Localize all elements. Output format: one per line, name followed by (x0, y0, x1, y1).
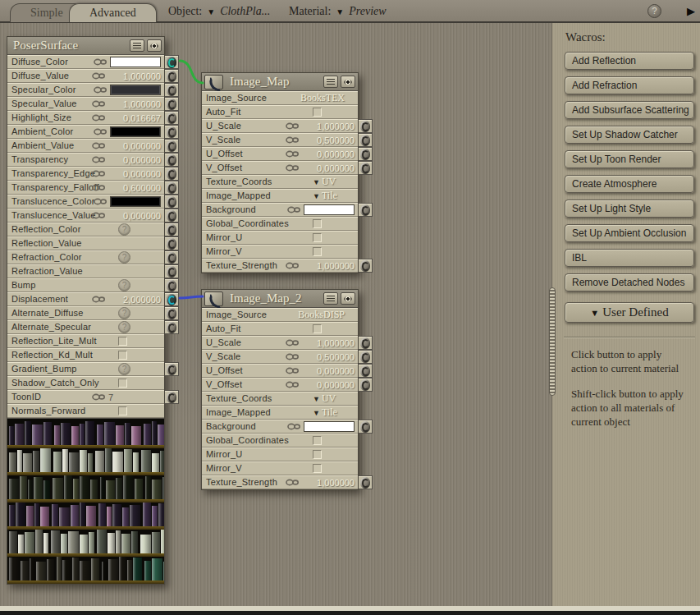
reflection-value-plug-icon[interactable] (167, 238, 176, 250)
u-scale-value[interactable]: 1,000000 (302, 122, 355, 131)
displacement-value[interactable]: 2,000000 (108, 295, 161, 305)
toonid-plug-icon[interactable] (167, 392, 176, 403)
v-scale-plug-icon[interactable] (360, 135, 370, 146)
u-offset-value[interactable]: 0,000000 (302, 149, 355, 159)
texture-strength-plug-icon[interactable] (360, 477, 370, 489)
translucence-color-color-swatch[interactable] (110, 196, 161, 207)
auto-fit-checkbox[interactable] (313, 108, 322, 117)
specular-color-color-swatch[interactable] (110, 85, 161, 95)
specular-value-plug-icon[interactable] (167, 99, 176, 110)
u-scale-value[interactable]: 1,000000 (302, 338, 355, 348)
material-dropdown-arrow-icon[interactable]: ▼ (336, 7, 344, 16)
wacro-button-set-up-light-style[interactable]: Set Up Light Style (565, 200, 694, 218)
specular-value-value[interactable]: 1,000000 (108, 99, 161, 109)
specular-color-plug-icon[interactable] (167, 85, 176, 96)
wacro-button-create-atmosphere[interactable]: Create Atmosphere (565, 175, 694, 193)
node-menu-icon[interactable] (130, 39, 144, 52)
chain-link-icon[interactable] (92, 114, 106, 122)
gradient-bump-unset-icon[interactable]: ? (118, 363, 130, 375)
wacro-button-set-up-ambient-occlusion[interactable]: Set Up Ambient Occlusion (565, 224, 694, 242)
mirror-v-checkbox[interactable] (313, 464, 322, 473)
transparency-plug-icon[interactable] (167, 154, 176, 166)
chain-link-icon[interactable] (286, 381, 300, 388)
texture-coords-dropdown[interactable]: ▼UV (313, 392, 336, 405)
chain-link-icon[interactable] (92, 156, 106, 163)
image-mapped-dropdown[interactable]: ▼Tile (313, 190, 337, 202)
toonid-value[interactable]: 7 (108, 392, 161, 402)
diffuse-color-color-swatch[interactable] (110, 57, 161, 67)
chain-link-icon[interactable] (287, 206, 301, 213)
reflection-color-plug-icon[interactable] (167, 224, 176, 236)
node-preview-eye-icon[interactable] (341, 76, 355, 88)
chain-link-icon[interactable] (92, 100, 106, 108)
transparency-edge-value[interactable]: 0,000000 (108, 169, 161, 179)
image-map-node-icon[interactable] (204, 75, 223, 89)
refraction-color-unset-icon[interactable]: ? (118, 251, 130, 264)
chain-link-icon[interactable] (286, 353, 300, 360)
chain-link-icon[interactable] (94, 198, 108, 205)
panel-splitter-handle[interactable] (549, 287, 556, 396)
background-color-swatch[interactable] (304, 421, 355, 432)
chain-link-icon[interactable] (92, 212, 106, 219)
image-mapped-dropdown[interactable]: ▼Tile (313, 406, 337, 419)
reflection-lite-mult-checkbox[interactable] (118, 337, 127, 346)
v-scale-plug-icon[interactable] (360, 351, 370, 363)
next-arrow-icon[interactable]: ▶ (687, 5, 695, 17)
wacro-button-remove-detached-nodes[interactable]: Remove Detached Nodes (565, 273, 694, 291)
node-menu-icon[interactable] (323, 76, 338, 88)
gradient-bump-plug-icon[interactable] (167, 364, 176, 375)
mirror-u-checkbox[interactable] (313, 450, 322, 459)
texture-coords-dropdown[interactable]: ▼UV (313, 176, 336, 188)
object-value[interactable]: ClothPla... (220, 5, 270, 18)
global-coordinates-checkbox[interactable] (313, 436, 322, 445)
object-dropdown-arrow-icon[interactable]: ▼ (207, 7, 215, 16)
wire-diffuse-color-to-image-map[interactable] (180, 61, 203, 83)
wacro-button-set-up-toon-render[interactable]: Set Up Toon Render (565, 150, 694, 168)
normals-forward-checkbox[interactable] (118, 406, 127, 415)
highlight-size-plug-icon[interactable] (167, 112, 176, 124)
node-image-map[interactable]: Image_Map Image_SourceBooksTEXAuto_FitU_… (201, 72, 359, 273)
texture-strength-value[interactable]: 1,000000 (302, 261, 355, 271)
chain-link-icon[interactable] (92, 142, 106, 149)
chain-link-icon[interactable] (94, 86, 108, 94)
ambient-color-color-swatch[interactable] (110, 126, 161, 137)
v-scale-value[interactable]: 0,500000 (302, 352, 355, 362)
wacro-button-add-subsurface-scattering[interactable]: Add Subsurface Scattering (565, 101, 694, 119)
transparency-falloff-value[interactable]: 0,600000 (108, 183, 161, 193)
tab-advanced[interactable]: Advanced (69, 3, 157, 22)
u-offset-value[interactable]: 0,000000 (302, 366, 355, 376)
u-offset-plug-icon[interactable] (360, 365, 370, 377)
chain-link-icon[interactable] (94, 128, 108, 135)
auto-fit-checkbox[interactable] (313, 324, 322, 333)
help-icon[interactable]: ? (647, 4, 661, 18)
node-image-map-2-header[interactable]: Image_Map_2 (202, 290, 358, 308)
translucence-value-value[interactable]: 0,000000 (108, 211, 161, 221)
u-offset-plug-icon[interactable] (360, 149, 370, 160)
mirror-v-checkbox[interactable] (313, 247, 322, 256)
alternate-specular-unset-icon[interactable]: ? (118, 321, 130, 333)
image-source-value[interactable]: BooksTEX (300, 92, 345, 104)
v-scale-value[interactable]: 0,500000 (302, 135, 355, 145)
image-map-node-icon[interactable] (204, 291, 223, 306)
chain-link-icon[interactable] (287, 423, 301, 430)
bump-unset-icon[interactable]: ? (118, 279, 130, 291)
background-plug-icon[interactable] (360, 204, 370, 216)
diffuse-value-value[interactable]: 1,000000 (108, 71, 161, 81)
wacro-button-add-refraction[interactable]: Add Refraction (565, 76, 694, 94)
chain-link-icon[interactable] (92, 393, 106, 401)
u-scale-plug-icon[interactable] (360, 337, 370, 349)
node-menu-icon[interactable] (323, 292, 338, 305)
chain-link-icon[interactable] (286, 262, 300, 269)
chain-link-icon[interactable] (286, 136, 300, 144)
bump-plug-icon[interactable] (167, 280, 176, 291)
transparency-value[interactable]: 0,000000 (108, 155, 161, 165)
alternate-diffuse-unset-icon[interactable]: ? (118, 307, 130, 319)
chain-link-icon[interactable] (94, 58, 108, 66)
wacro-button-ibl[interactable]: IBL (565, 249, 694, 267)
chain-link-icon[interactable] (92, 184, 106, 191)
diffuse-value-plug-icon[interactable] (167, 71, 176, 82)
ambient-value-value[interactable]: 0,000000 (108, 141, 161, 151)
node-image-map-2[interactable]: Image_Map_2 Image_SourceBooksDISPAuto_Fi… (201, 289, 359, 490)
node-preview-eye-icon[interactable] (341, 292, 355, 305)
chain-link-icon[interactable] (92, 296, 106, 303)
